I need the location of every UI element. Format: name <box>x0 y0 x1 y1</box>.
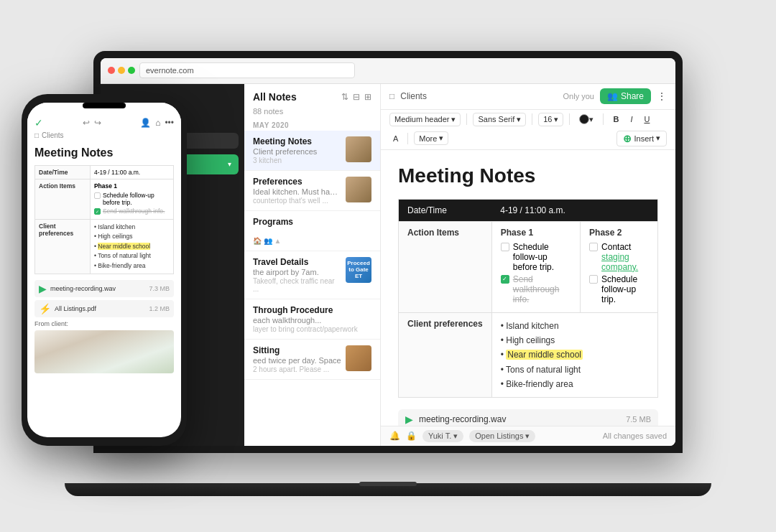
color-chevron: ▾ <box>589 115 593 124</box>
pref-highlight: Near middle school <box>506 350 583 360</box>
phone-pref-5: • Bike-friendly area <box>94 261 170 271</box>
footer-lock-icon[interactable]: 🔒 <box>406 431 417 441</box>
toolbar-divider-1 <box>466 113 467 125</box>
insert-button[interactable]: ⊕ Insert ▾ <box>616 131 667 146</box>
phone-home-icon[interactable]: ⌂ <box>155 118 160 128</box>
underline-button[interactable]: U <box>640 113 653 125</box>
footer-listings-chevron: ▾ <box>525 431 530 441</box>
style-selector[interactable]: Medium header ▾ <box>389 113 461 126</box>
note-thumb-travel: Proceed to Gate ET <box>346 257 371 283</box>
client-prefs-label: Client preferences <box>399 312 492 398</box>
phone-date-label: Date/Time <box>35 165 91 179</box>
client-prefs-cell: • Island kitchen • High ceilings • Near … <box>491 312 657 398</box>
note-preview-sitting: eed twice per day. Space <box>253 356 341 365</box>
phone-redo-icon[interactable]: ↪ <box>94 118 101 128</box>
grid-icon[interactable]: ⊞ <box>364 92 371 102</box>
traffic-lights <box>108 67 135 74</box>
notes-list-actions: ⇅ ⊟ ⊞ <box>341 92 371 102</box>
address-bar[interactable]: evernote.com <box>139 62 355 78</box>
share-label: Share <box>621 91 644 101</box>
share-icon: 👥 <box>607 91 618 101</box>
note-item-travel[interactable]: Travel Details the airport by 7am. Takeo… <box>244 251 380 299</box>
more-selector[interactable]: More ▾ <box>414 131 448 145</box>
footer-user-chevron: ▾ <box>453 431 458 441</box>
note-item-sitting[interactable]: Sitting eed twice per day. Space 2 hours… <box>244 340 380 380</box>
phone-more-icon[interactable]: ••• <box>165 118 174 128</box>
phone-action-item-1: Schedule follow-up before trip. <box>94 192 170 206</box>
phone-client-photo <box>34 330 174 373</box>
note-main-title: Meeting Notes <box>398 164 658 187</box>
client-prefs-row: Client preferences • Island kitchen • Hi… <box>399 312 658 398</box>
phone-check-icon[interactable]: ✓ <box>34 117 43 129</box>
phone-action-text-1: Schedule follow-up before trip. <box>103 192 170 206</box>
note-content-area[interactable]: Meeting Notes Date/Time 4-19 / 11:00 a.m… <box>381 150 675 426</box>
footer-user-tag[interactable]: Yuki T. ▾ <box>422 430 463 442</box>
phone-checkbox-2[interactable]: ✓ <box>94 208 101 215</box>
phone: ✓ ↩ ↪ 👤 ⌂ ••• □ Clients Meeti <box>22 94 187 446</box>
laptop-base <box>65 483 711 496</box>
attachment-audio[interactable]: ▶ meeting-recording.wav 7.5 MB <box>398 409 658 425</box>
note-item-preferences[interactable]: Preferences Ideal kitchen. Must have an … <box>244 171 380 211</box>
italic-button[interactable]: I <box>627 113 636 125</box>
phase2-checkbox-1[interactable] <box>589 243 598 251</box>
phone-prefs-content: • Island kitchen • High ceilings • Near … <box>90 219 173 274</box>
footer-listings-tag[interactable]: Open Listings ▾ <box>469 430 535 442</box>
more-options-icon[interactable]: ⋮ <box>657 90 667 102</box>
note-meta-programs: 🏠 👥 ▲ <box>253 237 371 245</box>
phone-user-icon[interactable]: 👤 <box>140 118 151 128</box>
note-title-preferences: Preferences <box>253 177 341 187</box>
phone-audio-size: 7.3 MB <box>149 285 170 292</box>
pref-3: • Near middle school <box>501 347 649 362</box>
note-item-procedure[interactable]: Through Procedure each walkthrough... la… <box>244 299 380 340</box>
traffic-light-fullscreen[interactable] <box>128 67 135 74</box>
sort-icon[interactable]: ⇅ <box>341 92 348 102</box>
size-chevron: ▾ <box>554 115 558 124</box>
note-meta-preferences: countertop that's well ... <box>253 197 341 205</box>
phone-pref-3: • Near middle school <box>94 242 170 252</box>
font-label: Sans Serif <box>478 115 514 123</box>
phone-note-title: Meeting Notes <box>34 146 174 159</box>
notes-list-header: All Notes ⇅ ⊟ ⊞ <box>244 84 380 107</box>
note-title-sitting: Sitting <box>253 345 341 355</box>
phase2-checkbox-2[interactable] <box>589 275 598 284</box>
notes-list-panel: All Notes ⇅ ⊟ ⊞ 88 notes MAY 2020 <box>244 84 381 446</box>
note-item-programs[interactable]: Programs 🏠 👥 ▲ <box>244 211 380 251</box>
breadcrumb-text: Clients <box>400 91 427 101</box>
traffic-light-minimize[interactable] <box>118 67 125 74</box>
phone-undo-icon[interactable]: ↩ <box>83 118 90 128</box>
note-meta-meeting: 3 kitchen <box>253 157 341 164</box>
note-preview-procedure: each walkthrough... <box>253 316 371 325</box>
phase2-text-2: Schedule follow-up trip. <box>601 274 649 304</box>
phase1-checkbox-1[interactable] <box>501 243 509 251</box>
pref-5: • Bike-friendly area <box>501 377 649 391</box>
browser-controls: evernote.com <box>108 62 668 78</box>
pref-2: • High ceilings <box>501 333 649 347</box>
font-color-button[interactable]: A <box>389 133 402 144</box>
style-chevron: ▾ <box>451 115 456 124</box>
traffic-light-close[interactable] <box>108 67 115 74</box>
size-selector[interactable]: 16 ▾ <box>538 113 563 126</box>
action-items-label: Action Items <box>399 221 492 312</box>
color-picker[interactable]: ▾ <box>576 113 597 126</box>
filter-icon[interactable]: ⊟ <box>353 92 360 102</box>
laptop-screen: evernote.com ‹ › J <box>101 58 675 446</box>
phase1-text-1: Schedule follow-up before trip. <box>513 242 571 272</box>
toolbar-divider-3 <box>569 113 570 125</box>
phase1-checkbox-2[interactable]: ✓ <box>501 275 509 284</box>
phone-breadcrumb-icon: □ <box>34 131 39 139</box>
phone-attachment-audio[interactable]: ▶ meeting-recording.wav 7.3 MB <box>34 280 174 297</box>
footer-bell-icon[interactable]: 🔔 <box>389 431 400 441</box>
laptop-hinge-notch <box>359 482 417 486</box>
more-chevron: ▾ <box>439 134 443 143</box>
toolbar-divider-2 <box>532 113 532 125</box>
share-button[interactable]: 👥 Share <box>600 88 651 104</box>
note-title-travel: Travel Details <box>253 257 341 267</box>
phone-checkbox-1[interactable] <box>94 192 101 199</box>
bold-button[interactable]: B <box>609 113 622 125</box>
phone-attachment-pdf[interactable]: ⚡ All Listings.pdf 1.2 MB <box>34 300 174 317</box>
note-item-meeting[interactable]: Meeting Notes Client preferences 3 kitch… <box>244 131 380 171</box>
editor-topbar-left: □ Clients <box>389 91 427 101</box>
phase1-item-2: ✓ Send walkthrough info. <box>501 274 571 304</box>
phone-breadcrumb-text: Clients <box>42 131 64 139</box>
font-selector[interactable]: Sans Serif ▾ <box>473 113 526 126</box>
